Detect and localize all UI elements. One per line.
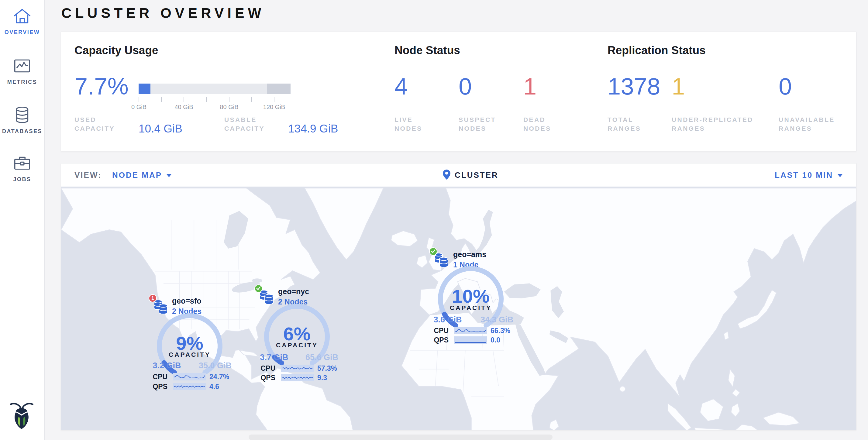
total-ranges-label: TOTALRANGES: [608, 115, 641, 133]
capacity-label: CAPACITY: [267, 342, 327, 349]
sidebar-item-jobs[interactable]: JOBS: [0, 154, 44, 183]
capacity-used: 3.7 GiB: [250, 353, 299, 362]
cpu-sparkline: [281, 365, 314, 372]
qps-row: QPS 0.0: [424, 336, 500, 344]
under-replicated-value: 1: [672, 73, 685, 99]
cpu-sparkline: [173, 373, 206, 380]
dead-nodes-label: DEADNODES: [523, 115, 551, 133]
suspect-nodes-value: 0: [459, 73, 472, 99]
capacity-total: 65.6 GiB: [298, 353, 346, 362]
qps-row: QPS 4.6: [143, 383, 219, 390]
live-nodes-label: LIVENODES: [395, 115, 423, 133]
capacity-total: 35.0 GiB: [191, 361, 240, 370]
cpu-row: CPU 66.3%: [424, 327, 510, 334]
sidebar-item-label: JOBS: [0, 176, 44, 183]
world-map: 1 geo=sfo 2 Nodes: [61, 187, 856, 430]
locality-name: geo=sfo: [172, 296, 202, 305]
qps-row: QPS 9.3: [251, 374, 327, 381]
used-capacity-label: USEDCAPACITY: [74, 115, 115, 133]
page-title: CLUSTER OVERVIEW: [61, 5, 265, 21]
jobs-icon: [13, 154, 31, 173]
bar-tick-label: 40 GiB: [163, 104, 205, 111]
usable-capacity-value: 134.9 GiB: [288, 122, 338, 135]
locality-name: geo=ams: [453, 250, 486, 259]
below-fold-panel-edge: [249, 435, 553, 440]
unavailable-ranges-label: UNAVAILABLERANGES: [779, 115, 835, 133]
chevron-down-icon: [837, 174, 843, 177]
capacity-percent: 7.7%: [74, 73, 129, 99]
cpu-row: CPU 57.3%: [251, 365, 337, 372]
capacity-title: Capacity Usage: [74, 44, 158, 57]
view-dropdown[interactable]: NODE MAP: [112, 163, 172, 187]
qps-sparkline: [281, 374, 314, 381]
time-range-dropdown[interactable]: LAST 10 MIN: [775, 163, 843, 187]
node-status-title: Node Status: [395, 44, 460, 57]
sidebar-item-metrics[interactable]: METRICS: [0, 57, 44, 85]
bar-tick: [274, 97, 274, 102]
capacity-bar-reserved: [267, 84, 291, 94]
bar-tick: [229, 97, 229, 102]
summary-panel: Capacity Usage 7.7% 0 GiB 40 GiB 80 GiB …: [61, 32, 857, 151]
used-capacity-value: 10.4 GiB: [138, 122, 182, 135]
sidebar-item-label: OVERVIEW: [0, 29, 44, 36]
locality-name: geo=nyc: [278, 287, 309, 296]
map-pin-icon: [443, 169, 451, 182]
capacity-label: CAPACITY: [440, 304, 501, 311]
bar-tick: [138, 97, 139, 102]
cockroachdb-logo: [8, 402, 35, 430]
cluster-overview-page: OVERVIEW METRICS DATABASES JOBS: [0, 0, 868, 440]
sidebar-item-databases[interactable]: DATABASES: [0, 106, 44, 135]
bar-tick: [206, 97, 207, 102]
bar-tick: [184, 97, 184, 102]
bar-tick-label: 120 GiB: [253, 104, 296, 111]
bar-tick: [161, 97, 162, 102]
total-ranges-value: 1378: [608, 73, 660, 99]
unavailable-ranges-value: 0: [779, 73, 792, 99]
dead-node-badge: 1: [149, 294, 157, 302]
sidebar-item-label: DATABASES: [0, 128, 44, 135]
capacity-used: 3.2 GiB: [143, 361, 191, 370]
replication-status-title: Replication Status: [608, 44, 706, 57]
healthy-badge: [254, 284, 262, 293]
capacity-total: 34.3 GiB: [473, 315, 521, 324]
capacity-bar: [138, 84, 290, 94]
capacity-bar-used: [138, 84, 150, 94]
capacity-used: 3.6 GiB: [423, 315, 472, 324]
capacity-label: CAPACITY: [159, 351, 220, 358]
usable-capacity-label: USABLECAPACITY: [224, 115, 265, 133]
under-replicated-label: UNDER-REPLICATEDRANGES: [672, 115, 753, 133]
healthy-badge: [429, 247, 437, 256]
sidebar: OVERVIEW METRICS DATABASES JOBS: [0, 0, 45, 440]
databases-icon: [13, 106, 31, 125]
view-label: VIEW:: [74, 163, 102, 187]
breadcrumb-cluster: CLUSTER: [443, 163, 498, 187]
bar-tick: [251, 97, 252, 102]
cpu-row: CPU 24.7%: [143, 373, 229, 380]
suspect-nodes-label: SUSPECTNODES: [459, 115, 496, 133]
node-map-panel: VIEW: NODE MAP CLUSTER LAST 10 MIN: [61, 163, 857, 430]
bar-tick-label: 0 GiB: [118, 104, 160, 111]
qps-sparkline: [454, 336, 487, 344]
sidebar-item-label: METRICS: [0, 79, 44, 85]
dead-nodes-value: 1: [523, 73, 536, 99]
bar-tick-label: 80 GiB: [208, 104, 250, 111]
home-icon: [13, 7, 31, 26]
cpu-sparkline: [454, 327, 487, 334]
capacity-percent: 10%: [440, 285, 501, 307]
chevron-down-icon: [166, 174, 172, 177]
sidebar-item-overview[interactable]: OVERVIEW: [0, 7, 44, 36]
qps-sparkline: [173, 383, 206, 390]
metrics-icon: [13, 57, 31, 76]
map-toolbar: VIEW: NODE MAP CLUSTER LAST 10 MIN: [61, 163, 856, 187]
live-nodes-value: 4: [395, 73, 408, 99]
